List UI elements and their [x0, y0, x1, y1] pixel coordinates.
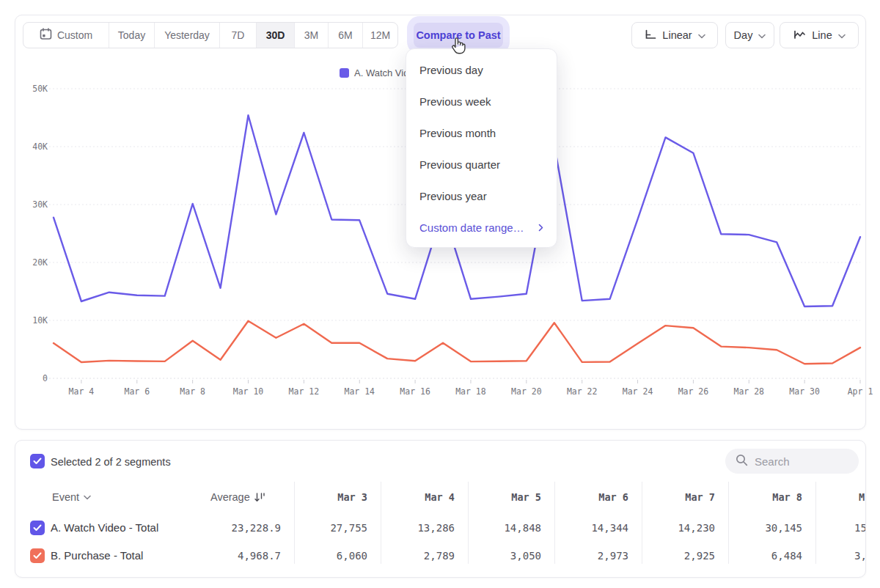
- row-event-name: A. Watch Video - Total: [51, 521, 158, 534]
- row-value-cell: 14,344: [562, 522, 628, 534]
- y-tick-label: 0: [21, 373, 48, 383]
- y-tick-label: 40K: [21, 142, 48, 152]
- column-divider: [468, 482, 469, 564]
- event-column-header[interactable]: Event: [52, 491, 91, 503]
- row-value-cell: 2,973: [562, 550, 628, 562]
- row-value-cell-clipped: 3,: [854, 550, 866, 562]
- menu-item-previous-year[interactable]: Previous year: [406, 180, 557, 212]
- x-tick-label: Mar 16: [400, 386, 430, 397]
- row-average-value: 23,228.9: [200, 522, 281, 534]
- row-value-cell: 3,050: [475, 550, 541, 562]
- menu-item-custom-date-range[interactable]: Custom date range…: [406, 212, 557, 243]
- row-event-name: B. Purchase - Total: [51, 549, 143, 562]
- custom-date-range-label: Custom date range…: [419, 221, 524, 234]
- chevron-down-icon: [84, 495, 91, 500]
- y-tick-label: 30K: [21, 199, 48, 210]
- select-all-checkbox[interactable]: [30, 454, 45, 468]
- y-tick-label: 20K: [21, 257, 48, 268]
- column-divider: [294, 482, 295, 564]
- x-tick-label: Mar 22: [567, 386, 598, 397]
- date-column-header: Mar 5: [475, 491, 541, 503]
- menu-item-previous-week[interactable]: Previous week: [406, 86, 557, 117]
- x-tick-label: Mar 26: [678, 386, 709, 397]
- menu-item-previous-month[interactable]: Previous month: [406, 117, 557, 149]
- sort-descending-icon: [254, 493, 265, 502]
- average-column-header[interactable]: Average: [210, 491, 265, 503]
- date-column-header: Mar 4: [389, 491, 455, 503]
- x-tick-label: Mar 20: [511, 386, 542, 397]
- column-divider: [381, 482, 381, 564]
- y-tick-label: 10K: [21, 315, 48, 326]
- column-divider: [815, 482, 816, 564]
- row-checkbox-purchase[interactable]: [30, 548, 45, 563]
- row-value-cell: 13,286: [389, 522, 455, 534]
- x-tick-label: Apr 1: [848, 386, 873, 397]
- x-tick-label: Mar 12: [289, 386, 320, 397]
- segments-table-card: Selected 2 of 2 segments Event Average M…: [15, 440, 866, 578]
- x-tick-label: Mar 4: [69, 386, 95, 397]
- search-input-container[interactable]: [725, 449, 859, 474]
- menu-item-previous-quarter[interactable]: Previous quarter: [406, 149, 557, 180]
- row-value-cell-clipped: 15,: [854, 522, 866, 534]
- row-value-cell: 6,484: [736, 550, 802, 562]
- x-tick-label: Mar 10: [233, 386, 264, 397]
- compare-to-past-menu: Previous dayPrevious weekPrevious monthP…: [406, 48, 557, 248]
- x-tick-label: Mar 30: [789, 386, 820, 397]
- row-value-cell: 14,848: [475, 522, 541, 534]
- row-average-value: 4,968.7: [200, 550, 281, 562]
- search-icon: [736, 454, 748, 469]
- row-value-cell: 2,925: [649, 550, 715, 562]
- x-tick-label: Mar 24: [623, 386, 653, 397]
- row-value-cell: 30,145: [736, 522, 802, 534]
- average-header-label: Average: [210, 491, 250, 503]
- column-divider: [728, 482, 729, 564]
- column-divider: [642, 482, 642, 564]
- series-line-purchase: [54, 321, 860, 364]
- row-checkbox-watch-video[interactable]: [30, 521, 45, 535]
- date-column-header: Mar 6: [562, 491, 628, 503]
- search-input[interactable]: [755, 455, 843, 468]
- row-value-cell: 14,230: [649, 522, 715, 534]
- x-tick-label: Mar 8: [180, 386, 205, 397]
- x-tick-label: Mar 6: [124, 386, 150, 397]
- segments-summary: Selected 2 of 2 segments: [51, 456, 171, 468]
- x-tick-label: Mar 14: [344, 386, 375, 397]
- column-divider: [554, 482, 555, 564]
- date-column-header-clipped: M: [859, 491, 865, 503]
- date-column-header: Mar 3: [301, 491, 367, 503]
- event-header-label: Event: [52, 491, 79, 503]
- date-column-header: Mar 7: [649, 491, 715, 503]
- menu-item-previous-day[interactable]: Previous day: [406, 54, 557, 86]
- x-tick-label: Mar 28: [733, 386, 764, 397]
- chevron-right-icon: [538, 221, 543, 234]
- y-tick-label: 50K: [21, 84, 48, 94]
- row-value-cell: 6,060: [301, 550, 367, 562]
- date-column-header: Mar 8: [736, 491, 802, 503]
- row-value-cell: 2,789: [389, 550, 455, 562]
- x-tick-label: Mar 18: [455, 386, 486, 397]
- row-value-cell: 27,755: [301, 522, 367, 534]
